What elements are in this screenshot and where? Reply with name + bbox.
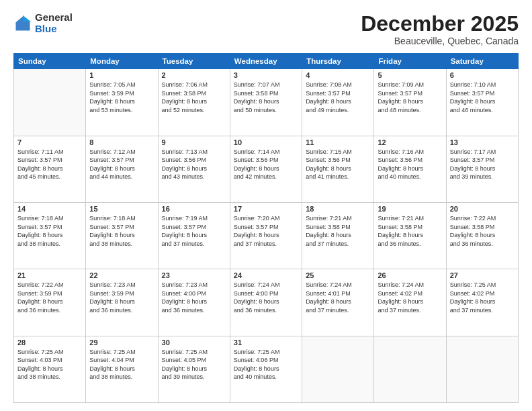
calendar-week-3: 14Sunrise: 7:18 AM Sunset: 3:57 PM Dayli…: [14, 202, 519, 269]
day-info: Sunrise: 7:23 AM Sunset: 3:59 PM Dayligh…: [89, 281, 154, 314]
calendar-cell: 20Sunrise: 7:22 AM Sunset: 3:58 PM Dayli…: [446, 202, 518, 269]
day-info: Sunrise: 7:15 AM Sunset: 3:56 PM Dayligh…: [306, 148, 370, 181]
day-number: 15: [89, 205, 154, 213]
day-number: 30: [162, 338, 226, 347]
day-number: 17: [234, 205, 298, 213]
day-number: 4: [306, 71, 370, 79]
calendar-cell: 30Sunrise: 7:25 AM Sunset: 4:05 PM Dayli…: [158, 336, 230, 402]
calendar-cell: 24Sunrise: 7:24 AM Sunset: 4:00 PM Dayli…: [230, 269, 302, 336]
day-number: 22: [89, 271, 154, 279]
day-number: 7: [17, 138, 82, 146]
logo-blue: Blue: [35, 24, 73, 35]
day-info: Sunrise: 7:25 AM Sunset: 4:02 PM Dayligh…: [450, 281, 515, 314]
weekday-sunday: Sunday: [14, 54, 86, 69]
calendar-cell: 5Sunrise: 7:09 AM Sunset: 3:57 PM Daylig…: [374, 69, 446, 136]
calendar-cell: 7Sunrise: 7:11 AM Sunset: 3:57 PM Daylig…: [14, 136, 86, 202]
day-number: 16: [162, 205, 226, 213]
day-number: 18: [306, 205, 370, 213]
day-number: 13: [450, 138, 515, 146]
calendar-cell: [14, 69, 86, 136]
weekday-thursday: Thursday: [302, 54, 374, 69]
day-info: Sunrise: 7:11 AM Sunset: 3:57 PM Dayligh…: [17, 148, 82, 181]
day-number: 19: [378, 205, 442, 213]
calendar-cell: 13Sunrise: 7:17 AM Sunset: 3:57 PM Dayli…: [446, 136, 518, 202]
day-number: 9: [162, 138, 226, 146]
day-number: 6: [450, 71, 515, 79]
day-number: 11: [306, 138, 370, 146]
weekday-monday: Monday: [86, 54, 158, 69]
day-info: Sunrise: 7:14 AM Sunset: 3:56 PM Dayligh…: [234, 148, 298, 181]
svg-marker-1: [23, 15, 31, 21]
day-info: Sunrise: 7:25 AM Sunset: 4:05 PM Dayligh…: [162, 348, 226, 381]
calendar-cell: 16Sunrise: 7:19 AM Sunset: 3:57 PM Dayli…: [158, 202, 230, 269]
calendar-cell: 11Sunrise: 7:15 AM Sunset: 3:56 PM Dayli…: [302, 136, 374, 202]
calendar-cell: 31Sunrise: 7:25 AM Sunset: 4:06 PM Dayli…: [230, 336, 302, 402]
weekday-saturday: Saturday: [446, 54, 518, 69]
day-info: Sunrise: 7:22 AM Sunset: 3:58 PM Dayligh…: [450, 214, 515, 248]
calendar-cell: 22Sunrise: 7:23 AM Sunset: 3:59 PM Dayli…: [86, 269, 158, 336]
day-info: Sunrise: 7:17 AM Sunset: 3:57 PM Dayligh…: [450, 148, 515, 181]
title-block: December 2025 Beauceville, Quebec, Canad…: [361, 12, 519, 46]
calendar-cell: 27Sunrise: 7:25 AM Sunset: 4:02 PM Dayli…: [446, 269, 518, 336]
day-number: 31: [234, 338, 298, 347]
calendar-cell: 18Sunrise: 7:21 AM Sunset: 3:58 PM Dayli…: [302, 202, 374, 269]
calendar-cell: 4Sunrise: 7:08 AM Sunset: 3:57 PM Daylig…: [302, 69, 374, 136]
calendar-cell: 23Sunrise: 7:23 AM Sunset: 4:00 PM Dayli…: [158, 269, 230, 336]
day-number: 3: [234, 71, 298, 79]
day-info: Sunrise: 7:16 AM Sunset: 3:56 PM Dayligh…: [378, 148, 442, 181]
day-info: Sunrise: 7:25 AM Sunset: 4:03 PM Dayligh…: [17, 348, 82, 381]
calendar-week-2: 7Sunrise: 7:11 AM Sunset: 3:57 PM Daylig…: [14, 136, 519, 202]
day-info: Sunrise: 7:25 AM Sunset: 4:04 PM Dayligh…: [89, 348, 154, 381]
page: General Blue December 2025 Beauceville, …: [0, 0, 532, 411]
calendar-cell: 6Sunrise: 7:10 AM Sunset: 3:57 PM Daylig…: [446, 69, 518, 136]
calendar-cell: 28Sunrise: 7:25 AM Sunset: 4:03 PM Dayli…: [14, 336, 86, 402]
day-number: 24: [234, 271, 298, 279]
day-info: Sunrise: 7:20 AM Sunset: 3:57 PM Dayligh…: [234, 214, 298, 248]
day-info: Sunrise: 7:19 AM Sunset: 3:57 PM Dayligh…: [162, 214, 226, 248]
day-info: Sunrise: 7:05 AM Sunset: 3:59 PM Dayligh…: [89, 81, 154, 114]
calendar-cell: 15Sunrise: 7:18 AM Sunset: 3:57 PM Dayli…: [86, 202, 158, 269]
weekday-friday: Friday: [374, 54, 446, 69]
calendar-cell: 9Sunrise: 7:13 AM Sunset: 3:56 PM Daylig…: [158, 136, 230, 202]
calendar-cell: 10Sunrise: 7:14 AM Sunset: 3:56 PM Dayli…: [230, 136, 302, 202]
calendar-cell: 29Sunrise: 7:25 AM Sunset: 4:04 PM Dayli…: [86, 336, 158, 402]
weekday-tuesday: Tuesday: [158, 54, 230, 69]
weekday-wednesday: Wednesday: [230, 54, 302, 69]
day-number: 12: [378, 138, 442, 146]
calendar-cell: 26Sunrise: 7:24 AM Sunset: 4:02 PM Dayli…: [374, 269, 446, 336]
day-number: 14: [17, 205, 82, 213]
day-number: 10: [234, 138, 298, 146]
calendar-cell: 17Sunrise: 7:20 AM Sunset: 3:57 PM Dayli…: [230, 202, 302, 269]
day-info: Sunrise: 7:10 AM Sunset: 3:57 PM Dayligh…: [450, 81, 515, 114]
calendar-cell: 8Sunrise: 7:12 AM Sunset: 3:57 PM Daylig…: [86, 136, 158, 202]
logo-text: General Blue: [35, 12, 73, 34]
calendar-table: SundayMondayTuesdayWednesdayThursdayFrid…: [13, 53, 519, 403]
calendar-cell: [302, 336, 374, 402]
day-number: 27: [450, 271, 515, 279]
day-info: Sunrise: 7:24 AM Sunset: 4:00 PM Dayligh…: [234, 281, 298, 314]
calendar-cell: 1Sunrise: 7:05 AM Sunset: 3:59 PM Daylig…: [86, 69, 158, 136]
calendar-cell: 25Sunrise: 7:24 AM Sunset: 4:01 PM Dayli…: [302, 269, 374, 336]
day-info: Sunrise: 7:24 AM Sunset: 4:02 PM Dayligh…: [378, 281, 442, 314]
day-info: Sunrise: 7:25 AM Sunset: 4:06 PM Dayligh…: [234, 348, 298, 381]
day-info: Sunrise: 7:21 AM Sunset: 3:58 PM Dayligh…: [378, 214, 442, 248]
day-info: Sunrise: 7:06 AM Sunset: 3:58 PM Dayligh…: [162, 81, 226, 114]
calendar-cell: 19Sunrise: 7:21 AM Sunset: 3:58 PM Dayli…: [374, 202, 446, 269]
logo-general: General: [35, 12, 73, 24]
calendar-cell: [446, 336, 518, 402]
day-info: Sunrise: 7:13 AM Sunset: 3:56 PM Dayligh…: [162, 148, 226, 181]
calendar-cell: 12Sunrise: 7:16 AM Sunset: 3:56 PM Dayli…: [374, 136, 446, 202]
header: General Blue December 2025 Beauceville, …: [13, 12, 519, 46]
day-number: 1: [89, 71, 154, 79]
day-number: 5: [378, 71, 442, 79]
day-info: Sunrise: 7:09 AM Sunset: 3:57 PM Dayligh…: [378, 81, 442, 114]
day-info: Sunrise: 7:21 AM Sunset: 3:58 PM Dayligh…: [306, 214, 370, 248]
month-title: December 2025: [361, 12, 519, 36]
calendar-cell: [374, 336, 446, 402]
day-number: 25: [306, 271, 370, 279]
day-number: 20: [450, 205, 515, 213]
day-number: 8: [89, 138, 154, 146]
day-info: Sunrise: 7:07 AM Sunset: 3:58 PM Dayligh…: [234, 81, 298, 114]
logo: General Blue: [13, 12, 73, 34]
weekday-header-row: SundayMondayTuesdayWednesdayThursdayFrid…: [14, 54, 519, 69]
